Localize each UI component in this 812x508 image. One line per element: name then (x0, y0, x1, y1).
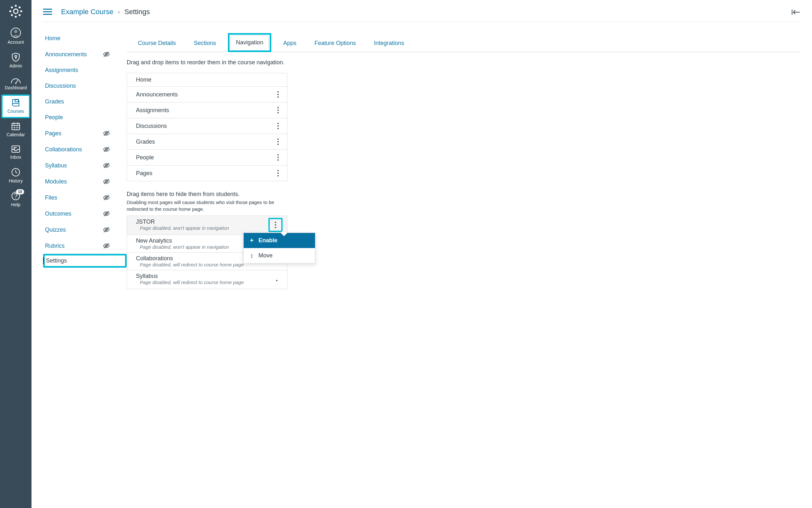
course-nav-outcomes[interactable]: Outcomes (43, 206, 127, 222)
nav-item-label: JSTOR (136, 218, 229, 225)
options-button[interactable] (274, 137, 283, 146)
options-button[interactable] (274, 153, 283, 162)
nav-item-discussions[interactable]: Discussions (127, 118, 287, 134)
course-nav-home[interactable]: Home (43, 31, 127, 46)
svg-point-26 (15, 198, 16, 199)
plus-icon: + (249, 237, 255, 244)
course-nav-discussions[interactable]: Discussions (43, 78, 127, 94)
course-nav-pages[interactable]: Pages (43, 125, 127, 141)
nav-account-label: Account (8, 40, 24, 45)
nav-courses[interactable]: Courses (1, 94, 30, 118)
nav-calendar-label: Calendar (7, 132, 25, 137)
nav-item-desc: Page disabled, won't appear in navigatio… (140, 244, 229, 250)
hidden-icon (103, 242, 110, 249)
hidden-icon (103, 226, 110, 233)
course-nav: Home Announcements Assignments Discussio… (43, 26, 127, 289)
hidden-icon (103, 194, 110, 201)
hidden-subtext: Disabling most pages will cause students… (127, 199, 281, 212)
nav-item-label: Home (136, 77, 151, 83)
options-button[interactable] (269, 218, 283, 232)
options-button[interactable] (274, 122, 283, 130)
svg-point-5 (18, 6, 21, 8)
menu-enable[interactable]: + Enable (244, 233, 315, 248)
hamburger-menu-icon[interactable] (43, 9, 52, 15)
nav-inbox[interactable]: Inbox (1, 141, 30, 164)
course-nav-quizzes[interactable]: Quizzes (43, 222, 127, 238)
nav-item-grades[interactable]: Grades (127, 134, 287, 150)
nav-item-jstor[interactable]: JSTOR Page disabled, won't appear in nav… (127, 216, 287, 235)
book-icon (11, 98, 21, 107)
nav-item-syllabus-disabled[interactable]: Syllabus Page disabled, will redirect to… (127, 270, 287, 289)
settings-panel: Course Details Sections Navigation Apps … (127, 26, 801, 289)
nav-item-assignments[interactable]: Assignments (127, 102, 287, 118)
breadcrumb-current: Settings (124, 8, 150, 16)
menu-move[interactable]: ↕ Move (244, 248, 315, 263)
course-nav-files[interactable]: Files (43, 189, 127, 206)
nav-account[interactable]: Account (1, 24, 30, 49)
svg-point-2 (9, 10, 11, 12)
breadcrumb: Example Course › Settings (61, 8, 150, 16)
menu-move-label: Move (258, 252, 273, 259)
hidden-icon (103, 51, 110, 58)
svg-point-4 (11, 6, 13, 8)
tab-sections[interactable]: Sections (188, 34, 222, 52)
course-nav-settings[interactable]: Settings (43, 254, 127, 268)
svg-point-1 (15, 16, 17, 18)
svg-point-9 (14, 30, 17, 33)
tab-integrations[interactable]: Integrations (368, 34, 410, 52)
hidden-icon (103, 210, 110, 217)
settings-tabs: Course Details Sections Navigation Apps … (127, 33, 801, 52)
nav-item-people[interactable]: People (127, 150, 287, 166)
kebab-icon (275, 222, 276, 228)
hidden-icon (103, 146, 110, 153)
kebab-icon (276, 280, 277, 281)
course-nav-collaborations[interactable]: Collaborations (43, 141, 127, 158)
course-nav-syllabus[interactable]: Syllabus (43, 158, 127, 173)
hidden-icon (103, 130, 110, 137)
options-menu: + Enable ↕ Move (243, 232, 315, 263)
options-button[interactable] (274, 106, 283, 115)
topbar: Example Course › Settings (43, 0, 801, 22)
course-nav-rubrics[interactable]: Rubrics (43, 238, 127, 254)
tab-apps[interactable]: Apps (277, 34, 302, 52)
shield-key-icon (11, 52, 21, 62)
course-nav-grades[interactable]: Grades (43, 94, 127, 110)
enabled-nav-list: Home Announcements Assignments Discussio… (127, 73, 287, 181)
kebab-icon (277, 138, 279, 145)
speedometer-icon (11, 76, 21, 84)
inbox-icon (11, 145, 21, 153)
nav-admin[interactable]: Admin (1, 49, 30, 73)
nav-dashboard[interactable]: Dashboard (1, 73, 30, 94)
nav-item-announcements[interactable]: Announcements (127, 87, 287, 102)
kebab-icon (277, 154, 279, 161)
nav-item-home[interactable]: Home (127, 73, 287, 87)
tab-navigation[interactable]: Navigation (228, 33, 271, 52)
nav-inbox-label: Inbox (10, 155, 21, 160)
nav-item-label: Pages (136, 170, 152, 177)
move-icon: ↕ (249, 252, 255, 259)
course-nav-people[interactable]: People (43, 110, 127, 125)
collapse-nav-button[interactable] (791, 9, 801, 17)
options-button[interactable] (271, 275, 283, 286)
nav-calendar[interactable]: Calendar (1, 118, 30, 141)
kebab-icon (277, 123, 279, 129)
kebab-icon (277, 91, 279, 98)
nav-item-pages[interactable]: Pages (127, 166, 287, 181)
svg-point-3 (20, 10, 22, 12)
svg-point-6 (11, 14, 13, 16)
options-button[interactable] (274, 169, 283, 178)
course-nav-assignments[interactable]: Assignments (43, 62, 127, 78)
tab-course-details[interactable]: Course Details (132, 34, 182, 52)
nav-history[interactable]: History (1, 164, 30, 188)
breadcrumb-course-link[interactable]: Example Course (61, 8, 114, 16)
tab-feature-options[interactable]: Feature Options (308, 34, 362, 52)
user-circle-icon (10, 27, 21, 38)
hidden-icon (103, 162, 110, 169)
nav-item-label: Collaborations (136, 255, 244, 262)
course-nav-modules[interactable]: Modules (43, 173, 127, 189)
nav-item-desc: Page disabled, will redirect to course h… (140, 262, 244, 267)
nav-help[interactable]: 10 Help (1, 188, 30, 211)
nav-item-label: People (136, 154, 154, 161)
options-button[interactable] (274, 90, 283, 99)
course-nav-announcements[interactable]: Announcements (43, 46, 127, 62)
